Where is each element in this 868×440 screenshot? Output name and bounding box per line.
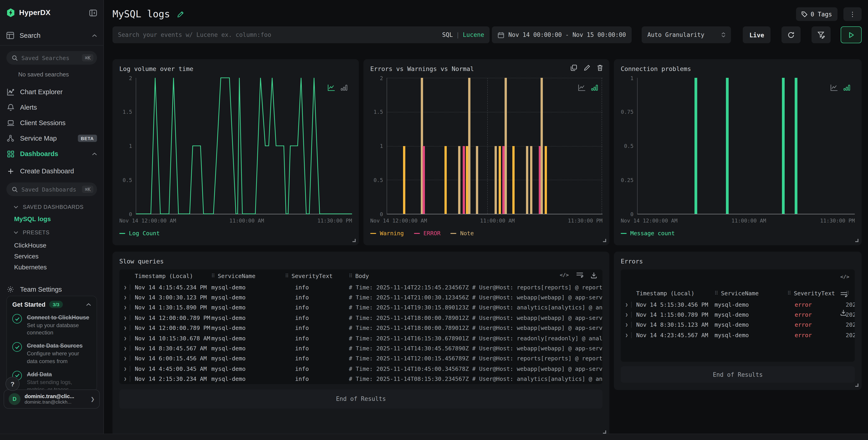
table-row[interactable]: ❯Nov 14 12:00:00.789 PMmysql-demoinfo# T…	[119, 323, 602, 333]
get-started-step[interactable]: Connect to ClickHouse Set up your databa…	[12, 313, 91, 337]
expand-chevron-icon[interactable]: ❯	[124, 305, 127, 310]
bar-chart-plot[interactable]	[637, 78, 855, 214]
expand-chevron-icon[interactable]: ❯	[124, 326, 127, 331]
table-row[interactable]: ❯Nov 14 6:00:15.456 AMmysql-demoinfo# Ti…	[119, 353, 602, 364]
table-row[interactable]: ❯Nov 14 1:30:15.890 PMmysql-demoinfo# Ti…	[119, 303, 602, 313]
expand-chevron-icon[interactable]: ❯	[124, 315, 127, 320]
expand-chevron-icon[interactable]: ❯	[625, 333, 628, 338]
expand-chevron-icon[interactable]: ❯	[625, 323, 628, 327]
resize-grip[interactable]	[855, 239, 859, 242]
user-profile-card[interactable]: D dominic.tran@clic... dominic.tran@clic…	[4, 390, 100, 409]
resize-grip[interactable]	[603, 431, 606, 434]
sidebar-item-search[interactable]: Search	[0, 30, 103, 41]
expand-chevron-icon[interactable]: ❯	[625, 302, 628, 307]
table-row[interactable]: ❯Nov 14 4:15:45.234 PMmysql-demoinfo# Ti…	[119, 282, 602, 292]
bar-chart-toggle-icon[interactable]	[341, 84, 347, 91]
expand-chevron-icon[interactable]: ❯	[124, 295, 127, 300]
get-started-step[interactable]: Create Data Sources Configure where your…	[12, 341, 91, 365]
table-row[interactable]: ❯Nov 14 5:15:30.456 PMmysql-demoerror202…	[621, 299, 855, 310]
download-icon[interactable]	[591, 272, 597, 278]
live-button[interactable]: Live	[743, 26, 771, 43]
tags-button[interactable]: 0 Tags	[796, 7, 837, 21]
step-title: Create Data Sources	[27, 343, 83, 349]
service-map-icon	[6, 135, 14, 142]
hyperdx-logo-icon	[6, 8, 15, 17]
wrap-lines-icon[interactable]	[576, 272, 583, 278]
select-chevrons-icon	[721, 32, 726, 37]
sidebar-collapse-icon[interactable]	[89, 9, 97, 16]
sidebar-item-clickhouse[interactable]: ClickHouse	[6, 240, 97, 251]
x-axis-labels: Nov 14 12:00:00 AM11:00:00 AM11:30:00 PM	[370, 217, 602, 224]
download-icon[interactable]	[840, 309, 849, 316]
run-query-button[interactable]	[841, 26, 862, 43]
expand-chevron-icon[interactable]: ❯	[124, 356, 127, 361]
chart-bar	[512, 146, 515, 214]
expand-chevron-icon[interactable]: ❯	[124, 336, 127, 341]
chevron-up-icon[interactable]	[86, 303, 91, 306]
filter-button[interactable]	[811, 26, 831, 43]
create-dashboard-button[interactable]: Create Dashboard	[0, 163, 103, 179]
line-chart-plot[interactable]	[136, 78, 352, 214]
bar-chart-toggle-icon[interactable]	[591, 84, 598, 91]
x-axis-labels: Nov 14 12:00:00 AM11:00:00 AM11:30:00 PM	[119, 217, 352, 224]
kebab-menu-button[interactable]: ⋮	[843, 7, 862, 21]
chevron-up-icon[interactable]	[92, 152, 97, 156]
bar-chart-toggle-icon[interactable]	[843, 84, 850, 91]
resize-grip[interactable]	[352, 239, 356, 242]
sidebar-item-team-settings[interactable]: Team Settings	[0, 282, 103, 297]
line-chart-toggle-icon[interactable]	[830, 84, 838, 91]
saved-dashboards-section[interactable]: SAVED DASHBOARDS	[14, 203, 97, 211]
delete-icon[interactable]	[597, 65, 603, 71]
presets-section[interactable]: PRESETS	[14, 229, 97, 236]
sidebar-item-dashboards[interactable]: Dashboards	[0, 146, 103, 162]
expand-chevron-icon[interactable]: ❯	[124, 346, 127, 351]
resize-grip[interactable]	[603, 239, 606, 242]
expand-chevron-icon[interactable]: ❯	[124, 376, 127, 381]
resize-grip[interactable]	[855, 383, 859, 387]
view-source-icon[interactable]: </>	[840, 274, 849, 280]
sql-option[interactable]: SQL	[442, 31, 453, 38]
table-row[interactable]: ❯Nov 14 12:00:00.789 PMmysql-demoinfo# T…	[119, 313, 602, 323]
get-started-step[interactable]: Add Data Start sending logs, metrics, or…	[12, 370, 91, 392]
view-source-icon[interactable]: </>	[560, 272, 569, 278]
expand-chevron-icon[interactable]: ❯	[124, 366, 127, 371]
table-row[interactable]: ❯Nov 14 8:30:45.567 AMmysql-demoinfo# Ti…	[119, 343, 602, 353]
sidebar-item-kubernetes[interactable]: Kubernetes	[6, 262, 97, 273]
table-row[interactable]: ❯Nov 14 3:00:30.123 PMmysql-demoinfo# Ti…	[119, 292, 602, 303]
table-row[interactable]: ❯Nov 14 4:45:00.345 AMmysql-demoinfo# Ti…	[119, 364, 602, 374]
sidebar-item-services[interactable]: Services	[6, 251, 97, 262]
app: HyperDX Search Saved Searches ⌘K No save…	[0, 0, 868, 440]
sidebar-item-client-sessions[interactable]: Client Sessions	[0, 115, 103, 131]
sidebar-item-alerts[interactable]: Alerts	[0, 100, 103, 115]
time-range-picker[interactable]: Nov 14 00:00:00 - Nov 15 00:00:00	[492, 26, 632, 43]
sidebar-item-mysql-logs[interactable]: MySQL logs	[14, 215, 97, 223]
sidebar-item-service-map[interactable]: Service Map BETA	[0, 131, 103, 146]
expand-chevron-icon[interactable]: ❯	[625, 312, 628, 317]
events-search-input[interactable]	[113, 26, 437, 43]
table-row[interactable]: ❯Nov 14 2:15:30.234 AMmysql-demoinfo# Ti…	[119, 374, 602, 384]
table-row[interactable]: ❯Nov 14 1:15:00.789 PMmysql-demoerror202…	[621, 310, 855, 320]
refresh-button[interactable]	[781, 26, 801, 43]
shortcut-badge: ⌘K	[82, 54, 93, 61]
edit-icon[interactable]	[584, 65, 590, 71]
table-row[interactable]: ❯Nov 14 4:23:45.567 AMmysql-demoerror202…	[621, 330, 855, 340]
granularity-select[interactable]: Auto Granularity	[642, 26, 731, 43]
line-chart-toggle-icon[interactable]	[328, 84, 335, 91]
table-row[interactable]: ❯Nov 14 10:15:30.678 AMmysql-demoinfo# T…	[119, 333, 602, 343]
lucene-option[interactable]: Lucene	[463, 31, 484, 38]
slow-queries-table: </> Timestamp (Local) ⠿ServiceName ⠿Seve…	[119, 269, 602, 384]
help-button[interactable]: ?	[5, 377, 20, 391]
query-language-toggle[interactable]: SQL | Lucene	[437, 26, 490, 43]
expand-chevron-icon[interactable]: ❯	[124, 284, 127, 290]
table-row[interactable]: ❯Nov 14 8:30:15.123 AMmysql-demoerror202…	[621, 320, 855, 330]
duplicate-icon[interactable]	[570, 65, 577, 71]
wrap-lines-icon[interactable]	[840, 292, 849, 298]
bar-chart-plot[interactable]	[386, 78, 602, 214]
saved-searches-input[interactable]: Saved Searches ⌘K	[6, 51, 97, 65]
no-saved-searches-text: No saved searches	[18, 71, 97, 78]
sidebar-item-chart-explorer[interactable]: Chart Explorer	[0, 84, 103, 100]
edit-title-icon[interactable]	[177, 11, 184, 18]
line-chart-toggle-icon[interactable]	[578, 84, 586, 91]
saved-dashboards-input[interactable]: Saved Dashboards ⌘K	[6, 182, 97, 196]
chevron-up-icon[interactable]	[92, 34, 97, 37]
